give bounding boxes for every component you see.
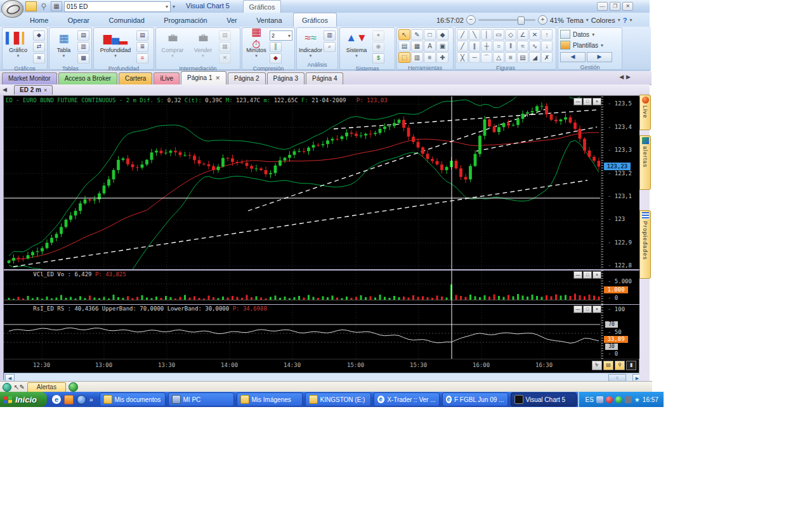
tab-cartera[interactable]: Cartera <box>119 72 152 84</box>
positions-icon[interactable]: ▦ <box>219 42 231 52</box>
figuras-tool-22-icon[interactable]: ◢ <box>529 52 540 63</box>
tab-pagina2[interactable]: Página 2 <box>228 72 265 84</box>
taskbar-fgbl[interactable]: eF FGBL Jun 09 ... <box>442 392 508 406</box>
edit-cursor-icon[interactable]: ↖✎ <box>14 384 25 391</box>
pane-close-icon[interactable]: × <box>593 271 601 279</box>
context-tab-header[interactable]: Gráficos <box>243 0 281 13</box>
record-icon[interactable] <box>606 396 613 403</box>
herramientas-tool-7-icon[interactable]: ▣ <box>436 41 449 51</box>
explorer-icon[interactable]: ⌕ <box>324 42 336 52</box>
time-axis[interactable]: 12:30 13:00 13:30 14:00 14:30 15:00 15:3… <box>4 359 639 371</box>
plantillas-dropdown[interactable]: Plantillas▾ <box>560 40 603 50</box>
figuras-tool-21-icon[interactable]: ▤ <box>517 52 528 63</box>
indicador-button[interactable]: ≈≈ Indicador▾ <box>299 29 322 58</box>
figuras-tool-10-icon[interactable]: ┼ <box>481 41 492 51</box>
zoom-slider[interactable] <box>478 19 535 21</box>
zoom-out-icon[interactable]: − <box>466 15 476 25</box>
app-logo-icon[interactable] <box>1 0 23 18</box>
save-chart-icon[interactable]: ▤ <box>603 361 613 370</box>
sidebar-tab-live[interactable]: Live <box>639 95 651 130</box>
restore-button[interactable]: ❐ <box>610 2 620 11</box>
tab-pagina1[interactable]: Página 1✕ <box>181 71 226 84</box>
studies-icon[interactable]: ▥ <box>324 30 336 41</box>
figuras-tool-7-icon[interactable]: ↑ <box>541 29 553 40</box>
start-button[interactable]: Inicio <box>0 392 47 407</box>
pane-minimize-icon[interactable]: — <box>573 305 582 313</box>
taskbar-mis-documentos[interactable]: Mis documentos <box>100 392 166 406</box>
candle-style-icon[interactable]: ║ <box>270 42 282 52</box>
quick-launch-more[interactable]: » <box>89 396 93 403</box>
close-button[interactable]: ✕ <box>622 2 633 11</box>
taskbar-xtrader[interactable]: eX-Trader :: Ver ... <box>374 392 440 406</box>
minutos-button[interactable]: ▦⏱︎ Minutos▾ <box>244 29 268 58</box>
tab-home[interactable]: Home <box>22 13 56 27</box>
figuras-tool-13-icon[interactable]: ≈ <box>517 41 528 51</box>
tab-operar[interactable]: Operar <box>60 13 98 27</box>
tab-programacion[interactable]: Programación <box>155 13 215 27</box>
grafico-button[interactable]: ▍▋▎ Gráfico▾ <box>4 29 32 58</box>
sidebar-tab-propiedades[interactable]: Propiedades <box>639 210 651 279</box>
figuras-tool-20-icon[interactable]: ≡ <box>505 52 516 63</box>
herramientas-tool-0-icon[interactable]: ↖ <box>398 29 410 40</box>
pane-minimize-icon[interactable]: — <box>573 271 582 279</box>
ie-icon[interactable]: e <box>52 395 61 404</box>
clock-app-icon[interactable] <box>64 395 74 404</box>
herramientas-tool-1-icon[interactable]: ✎ <box>411 29 423 40</box>
vender-button[interactable]: 💼︎ Vender▾ <box>188 29 218 58</box>
pane-minimize-icon[interactable]: — <box>573 98 582 105</box>
figuras-tool-4-icon[interactable]: ◇ <box>505 29 516 40</box>
herramientas-tool-9-icon[interactable]: ▥ <box>411 52 423 63</box>
system-brain-icon[interactable]: ◉ <box>372 42 384 52</box>
chart-swap-icon[interactable]: ⇄ <box>33 42 45 52</box>
figuras-tool-0-icon[interactable]: ╱ <box>457 29 468 40</box>
star-icon[interactable]: ★ <box>634 396 640 403</box>
help-button[interactable]: ? <box>623 17 627 24</box>
money-icon[interactable]: $ <box>372 53 384 64</box>
pushpin-icon[interactable]: ⚲ <box>615 361 625 370</box>
depth-bars-icon[interactable]: ▤ <box>136 30 148 41</box>
fullscreen-icon[interactable]: ▮ <box>626 361 636 370</box>
figuras-tool-23-icon[interactable]: ✗ <box>541 52 553 63</box>
volume-axis[interactable]: 5.000 1.000 0 <box>601 271 639 304</box>
sidebar-tab-alertas[interactable]: alertas <box>639 135 651 190</box>
figuras-tool-14-icon[interactable]: ∿ <box>529 41 540 51</box>
figuras-tool-11-icon[interactable]: ○ <box>493 41 504 51</box>
tab-ed-2m[interactable]: ED 2 m× <box>14 85 53 95</box>
taskbar-visual-chart[interactable]: Visual Chart 5 <box>511 392 577 406</box>
tab-graficos[interactable]: Gráficos <box>293 13 337 27</box>
save-layout-icon[interactable]: ▦ <box>51 1 62 11</box>
page-tabs-right-icon[interactable]: ▶ <box>626 74 631 80</box>
alerts-tab[interactable]: Alertas <box>27 382 66 392</box>
pane-close-icon[interactable]: × <box>593 305 601 313</box>
pane-maximize-icon[interactable]: □ <box>583 305 592 313</box>
herramientas-tool-5-icon[interactable]: ▦ <box>411 41 423 51</box>
tab-pagina4[interactable]: Página 4 <box>306 72 343 84</box>
zoom-in-icon[interactable]: + <box>538 15 547 25</box>
pane-maximize-icon[interactable]: □ <box>583 98 592 105</box>
quick-access-more-icon[interactable]: ▾ <box>173 4 175 10</box>
taskbar-mis-imagenes[interactable]: Mis Imágenes <box>237 392 303 406</box>
tab-acceso-broker[interactable]: Acceso a Broker <box>58 72 117 84</box>
zoom-slider-thumb[interactable] <box>518 17 525 25</box>
page-tabs-left-icon[interactable]: ◀ <box>619 74 624 80</box>
figuras-tool-1-icon[interactable]: ╲ <box>469 29 480 40</box>
main-chart-pane[interactable] <box>4 97 600 269</box>
price-axis[interactable]: 123,5 123,4 123,3 123,2 123,1 123 122,9 … <box>601 97 639 269</box>
depth-flame-icon[interactable]: ≡ <box>136 53 148 64</box>
figuras-tool-15-icon[interactable]: ↓ <box>541 41 553 51</box>
network-icon[interactable] <box>596 396 603 403</box>
connection-icon[interactable] <box>3 383 11 392</box>
table-colors-icon[interactable]: ▤ <box>77 30 89 41</box>
taskbar-kingston[interactable]: KINGSTON (E:) <box>305 392 371 406</box>
profundidad-button[interactable]: ▆▄▂ Profundidad▾ <box>96 29 135 58</box>
herramientas-tool-6-icon[interactable]: A <box>424 41 436 51</box>
nav-back-button[interactable]: ◀ <box>560 52 586 62</box>
figuras-tool-3-icon[interactable]: ▭ <box>493 29 504 40</box>
herramientas-tool-10-icon[interactable]: ≡ <box>424 52 436 63</box>
tab-pagina3[interactable]: Página 3 <box>267 72 304 84</box>
tab-market-monitor[interactable]: Market Monitor <box>2 72 57 84</box>
figuras-tool-2-icon[interactable]: │ <box>481 29 492 40</box>
pin-icon[interactable]: ⚲ <box>39 2 49 11</box>
tema-dropdown[interactable]: Tema <box>566 17 584 24</box>
figuras-tool-8-icon[interactable]: ╱ <box>457 41 468 51</box>
